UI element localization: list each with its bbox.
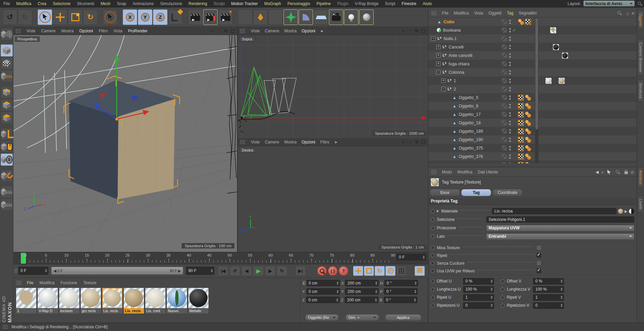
vray-render[interactable] xyxy=(359,9,374,25)
spinner-arrows[interactable] xyxy=(489,287,493,292)
frame-range-slider[interactable]: ◀ 0 F 90 F ▶ xyxy=(51,267,183,275)
next-frame-button[interactable]: ▶ xyxy=(265,266,275,276)
object-row[interactable]: Cancelli xyxy=(428,43,637,51)
search-icon[interactable] xyxy=(617,11,621,15)
visibility-dots[interactable] xyxy=(509,70,511,75)
checkbox[interactable] xyxy=(536,245,541,250)
editor-visibility-toggle[interactable] xyxy=(502,78,507,83)
object-row[interactable]: Booleana xyxy=(428,26,637,34)
tag-icon[interactable] xyxy=(518,162,524,164)
menu-item[interactable]: Snap xyxy=(117,1,126,6)
object-row[interactable]: Oggetto_190 xyxy=(428,135,637,144)
model-mode[interactable] xyxy=(1,44,13,57)
proiezione-dropdown[interactable]: Mappatura UVW xyxy=(486,225,634,231)
editor-visibility-toggle[interactable] xyxy=(502,53,507,58)
material-thumbnail[interactable] xyxy=(59,288,79,308)
tweak-mode[interactable] xyxy=(1,141,13,153)
menu-item[interactable]: File xyxy=(3,1,10,6)
object-label[interactable]: 2 xyxy=(454,87,456,92)
attribute-tab[interactable]: Base xyxy=(430,189,460,196)
key-parameter-toggle[interactable]: P xyxy=(385,266,395,276)
viewport-label[interactable]: Destra xyxy=(239,147,256,153)
keyframe-dot[interactable] xyxy=(430,279,435,284)
play-loop-button[interactable]: ↻ xyxy=(277,266,287,276)
dock-tab[interactable]: Struttura xyxy=(638,80,644,102)
section-header[interactable]: Proprietà Tag xyxy=(428,198,637,205)
object-label[interactable]: Booleana xyxy=(443,28,461,33)
keyframe-help-button[interactable]: ? xyxy=(339,266,348,276)
camera[interactable] xyxy=(329,9,343,25)
lock-z-axis[interactable]: Z xyxy=(153,9,167,25)
tag-icon[interactable] xyxy=(545,78,552,84)
viewport-menu-item[interactable]: ProRender xyxy=(128,29,148,33)
spinner-arrows[interactable] xyxy=(210,268,213,273)
visibility-dots[interactable] xyxy=(509,19,511,25)
viewport-menu-item[interactable]: Camere xyxy=(265,29,279,33)
lock-icon[interactable] xyxy=(624,171,628,174)
panel-menu-icon[interactable]: ≡ xyxy=(632,11,634,16)
material-item[interactable]: Lis. recis xyxy=(124,288,144,313)
uv-value-field[interactable]: 0 xyxy=(463,302,494,309)
material-item[interactable]: Lis. cont xyxy=(145,288,165,313)
lock-x-axis[interactable]: X xyxy=(123,9,137,25)
attribute-tab[interactable]: Coordinate xyxy=(492,189,523,196)
polygons-mode[interactable] xyxy=(1,112,13,124)
texture-mode[interactable] xyxy=(1,57,13,69)
current-frame-field[interactable]: 0 F xyxy=(396,254,426,260)
timeline-ruler[interactable]: 051015202530354045505560657075808590 0 F xyxy=(13,252,428,264)
tag-icon[interactable] xyxy=(518,120,524,126)
pan-view-icon[interactable]: + xyxy=(210,28,215,33)
keyframe-dot[interactable] xyxy=(430,209,435,213)
attr-menu-item[interactable]: Modifica xyxy=(457,170,472,174)
selezione-field[interactable]: Selezione Poligoni.1 xyxy=(486,217,634,223)
spinner-arrows[interactable] xyxy=(489,303,493,308)
object-label[interactable]: Oggetto_189 xyxy=(459,129,483,134)
keyframe-dot[interactable] xyxy=(430,269,435,273)
dimension-field[interactable]: 200 cm xyxy=(345,288,379,295)
tag-icon[interactable] xyxy=(518,95,524,101)
object-label[interactable]: Oggetto_376 xyxy=(459,154,483,159)
material-item[interactable]: grz recis xyxy=(81,288,101,313)
rotation-field[interactable]: 0 ° xyxy=(384,288,418,295)
dimension-mode-dropdown[interactable]: Dim. + xyxy=(345,314,379,321)
menu-item[interactable]: Strumenti xyxy=(77,1,94,6)
keyframe-dot[interactable] xyxy=(500,287,505,292)
material-menu-item[interactable]: Funzione xyxy=(61,280,77,285)
dock-tab[interactable]: Livelli xyxy=(638,196,644,212)
keyframe-dot[interactable] xyxy=(430,226,435,230)
object-row[interactable]: Cubo xyxy=(428,18,637,26)
object-label[interactable]: 1 xyxy=(454,78,456,83)
visibility-dots[interactable] xyxy=(509,162,511,164)
object-row[interactable]: Oggetto_18 xyxy=(428,119,637,127)
tag-icon[interactable] xyxy=(562,53,568,59)
autokey-button[interactable]: ( ) xyxy=(328,266,338,276)
key-scale-toggle[interactable] xyxy=(364,266,374,276)
editor-visibility-toggle[interactable] xyxy=(502,103,507,108)
spinner-arrows[interactable] xyxy=(44,268,47,273)
tag-icon[interactable] xyxy=(525,19,531,25)
viewport-menu-item[interactable]: Filtro xyxy=(99,29,108,33)
visibility-dots[interactable] xyxy=(509,53,511,58)
spinner-arrows[interactable] xyxy=(559,295,563,300)
checkbox[interactable] xyxy=(536,261,541,266)
menu-item[interactable]: Aiuto xyxy=(423,1,432,6)
play-button[interactable]: ▶ xyxy=(253,266,264,276)
layout-dropdown[interactable]: Interfaccia di Avvio xyxy=(583,1,635,6)
menu-item[interactable]: Selezione xyxy=(53,1,71,6)
record-keyframe-button[interactable] xyxy=(317,266,327,276)
toggle-view-icon[interactable]: ▢ xyxy=(421,28,426,33)
material-name[interactable]: Lis. recis xyxy=(124,308,144,313)
material-name[interactable]: incision xyxy=(59,308,79,313)
tag-icon[interactable] xyxy=(518,111,524,118)
spinner-arrows[interactable] xyxy=(489,295,493,300)
lock-y-axis[interactable]: Y xyxy=(138,9,152,25)
viewport-menu-item[interactable]: Camere xyxy=(265,140,279,144)
pan-view-icon[interactable]: + xyxy=(401,139,406,144)
viewport-label[interactable]: Sopra xyxy=(239,36,255,42)
subdivision-surface[interactable] xyxy=(268,9,283,25)
object-row[interactable] xyxy=(428,161,637,163)
viewport-menu-item[interactable]: Viste xyxy=(27,29,35,33)
dock-tab[interactable]: Oggetti xyxy=(638,10,644,29)
spline-pen[interactable] xyxy=(253,9,268,25)
visibility-dots[interactable] xyxy=(509,120,511,126)
